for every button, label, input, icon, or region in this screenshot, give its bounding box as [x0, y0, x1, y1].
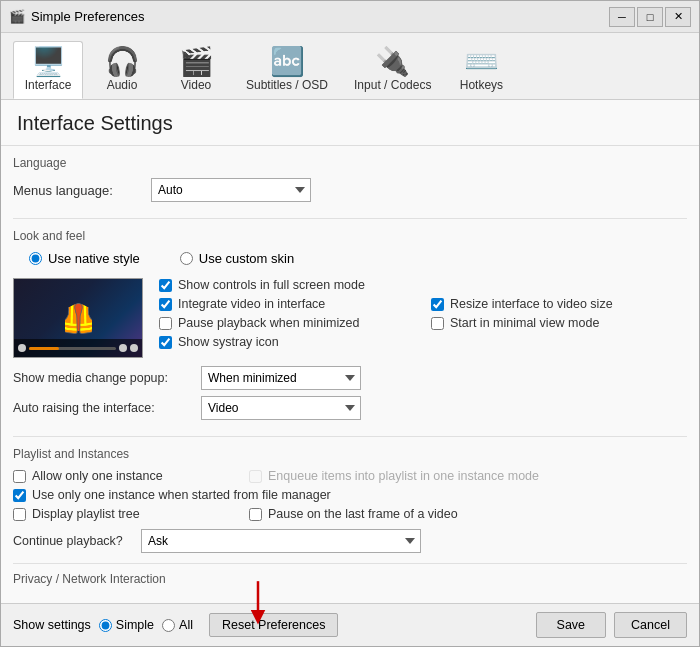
ctrl-dot2: [119, 344, 127, 352]
one-instance-label: Allow only one instance: [32, 469, 163, 483]
enqueue-items-label: Enqueue items into playlist in one insta…: [268, 469, 539, 483]
fullscreen-controls-label: Show controls in full screen mode: [178, 278, 365, 292]
look-feel-title: Look and feel: [13, 229, 687, 243]
language-section-title: Language: [13, 156, 687, 170]
playlist-section: Playlist and Instances Allow only one in…: [13, 437, 687, 564]
systray-label: Show systray icon: [178, 335, 279, 349]
media-popup-label: Show media change popup:: [13, 371, 193, 385]
checkbox-row-1: Show controls in full screen mode: [159, 278, 687, 292]
checkbox-row-2: Integrate video in interface Resize inte…: [159, 297, 687, 311]
title-bar: 🎬 Simple Preferences ─ □ ✕: [1, 1, 699, 33]
app-icon: 🎬: [9, 9, 25, 25]
page-title: Interface Settings: [1, 100, 699, 146]
continue-playback-select[interactable]: Ask Always Never: [141, 529, 421, 553]
window-title: Simple Preferences: [31, 9, 144, 24]
native-style-label: Use native style: [48, 251, 140, 266]
minimal-view-checkbox[interactable]: [159, 317, 172, 330]
video-tab-icon: 🎬: [179, 48, 214, 76]
continue-playback-row: Continue playback? Ask Always Never: [13, 529, 687, 553]
resize-interface-label: Resize interface to video size: [450, 297, 613, 311]
resize-interface-option[interactable]: Resize interface to video size: [431, 297, 687, 311]
fullscreen-controls-checkbox[interactable]: [159, 279, 172, 292]
enqueue-items-checkbox[interactable]: [249, 470, 262, 483]
tab-video[interactable]: 🎬 Video: [161, 41, 231, 99]
file-manager-instance-option[interactable]: Use only one instance when started from …: [13, 488, 687, 502]
native-style-radio[interactable]: [29, 252, 42, 265]
playlist-row-1: Allow only one instance Enqueue items in…: [13, 469, 687, 483]
display-tree-option[interactable]: Display playlist tree: [13, 507, 233, 521]
auto-raising-label: Auto raising the interface:: [13, 401, 193, 415]
tab-interface[interactable]: 🖥️ Interface: [13, 41, 83, 99]
custom-skin-radio[interactable]: [180, 252, 193, 265]
language-section: Language Menus language: Auto English Fr…: [13, 146, 687, 219]
display-tree-label: Display playlist tree: [32, 507, 140, 521]
native-style-option[interactable]: Use native style: [29, 251, 140, 266]
media-popup-select[interactable]: When minimized Always Never: [201, 366, 361, 390]
reset-area: Reset Preferences: [209, 613, 339, 637]
pause-minimized-label: Start in minimal view mode: [450, 316, 599, 330]
auto-raising-row: Auto raising the interface: Video Always…: [13, 396, 687, 420]
one-instance-option[interactable]: Allow only one instance: [13, 469, 233, 483]
tab-audio[interactable]: 🎧 Audio: [87, 41, 157, 99]
tab-input[interactable]: 🔌 Input / Codecs: [343, 41, 442, 99]
cancel-button[interactable]: Cancel: [614, 612, 687, 638]
privacy-section-title: Privacy / Network Interaction: [13, 572, 687, 586]
fullscreen-controls-option[interactable]: Show controls in full screen mode: [159, 278, 365, 292]
resize-interface-checkbox[interactable]: [431, 298, 444, 311]
file-manager-instance-checkbox[interactable]: [13, 489, 26, 502]
ctrl-bar-fill: [29, 347, 59, 350]
style-radio-row: Use native style Use custom skin: [13, 251, 687, 266]
bottom-left: Show settings Simple All: [13, 613, 338, 637]
all-radio-label[interactable]: All: [162, 618, 193, 632]
menus-language-select[interactable]: Auto English French German Spanish: [151, 178, 311, 202]
display-tree-checkbox[interactable]: [13, 508, 26, 521]
save-button[interactable]: Save: [536, 612, 607, 638]
auto-raising-select[interactable]: Video Always Never: [201, 396, 361, 420]
maximize-button[interactable]: □: [637, 7, 663, 27]
interface-tab-label: Interface: [25, 78, 72, 92]
close-button[interactable]: ✕: [665, 7, 691, 27]
pause-last-frame-option[interactable]: Pause on the last frame of a video: [249, 507, 458, 521]
pause-last-frame-label: Pause on the last frame of a video: [268, 507, 458, 521]
pause-last-frame-checkbox[interactable]: [249, 508, 262, 521]
simple-radio-label[interactable]: Simple: [99, 618, 154, 632]
show-settings-group: Show settings Simple All: [13, 618, 193, 632]
bottom-bar: Show settings Simple All: [1, 603, 699, 646]
preview-area: 🦺 Show control: [13, 278, 687, 358]
playlist-section-title: Playlist and Instances: [13, 447, 687, 461]
bottom-right: Save Cancel: [536, 612, 687, 638]
input-tab-icon: 🔌: [375, 48, 410, 76]
subtitles-tab-icon: 🔤: [270, 48, 305, 76]
reset-preferences-button[interactable]: Reset Preferences: [209, 613, 339, 637]
simple-radio[interactable]: [99, 619, 112, 632]
file-manager-instance-label: Use only one instance when started from …: [32, 488, 331, 502]
interface-tab-icon: 🖥️: [31, 48, 66, 76]
pause-minimized-option[interactable]: Start in minimal view mode: [431, 316, 687, 330]
checkboxes-area: Show controls in full screen mode Integr…: [159, 278, 687, 358]
preview-controls: [14, 339, 142, 357]
minimal-view-label: Pause playback when minimized: [178, 316, 359, 330]
ctrl-dot: [18, 344, 26, 352]
integrate-video-checkbox[interactable]: [159, 298, 172, 311]
tab-subtitles[interactable]: 🔤 Subtitles / OSD: [235, 41, 339, 99]
systray-checkbox[interactable]: [159, 336, 172, 349]
simple-label: Simple: [116, 618, 154, 632]
enqueue-items-option[interactable]: Enqueue items into playlist in one insta…: [249, 469, 539, 483]
tab-hotkeys[interactable]: ⌨️ Hotkeys: [446, 41, 516, 99]
one-instance-checkbox[interactable]: [13, 470, 26, 483]
all-radio[interactable]: [162, 619, 175, 632]
integrate-video-option[interactable]: Integrate video in interface: [159, 297, 415, 311]
custom-skin-option[interactable]: Use custom skin: [180, 251, 294, 266]
minimal-view-option[interactable]: Pause playback when minimized: [159, 316, 415, 330]
menus-language-label: Menus language:: [13, 183, 143, 198]
input-tab-label: Input / Codecs: [354, 78, 431, 92]
minimize-button[interactable]: ─: [609, 7, 635, 27]
continue-playback-label: Continue playback?: [13, 534, 133, 548]
look-feel-section: Look and feel Use native style Use custo…: [13, 219, 687, 437]
playlist-row-3: Display playlist tree Pause on the last …: [13, 507, 687, 521]
systray-option[interactable]: Show systray icon: [159, 335, 279, 349]
playlist-row-2: Use only one instance when started from …: [13, 488, 687, 502]
video-tab-label: Video: [181, 78, 211, 92]
pause-minimized-checkbox[interactable]: [431, 317, 444, 330]
tab-bar: 🖥️ Interface 🎧 Audio 🎬 Video 🔤 Subtitles…: [1, 33, 699, 100]
